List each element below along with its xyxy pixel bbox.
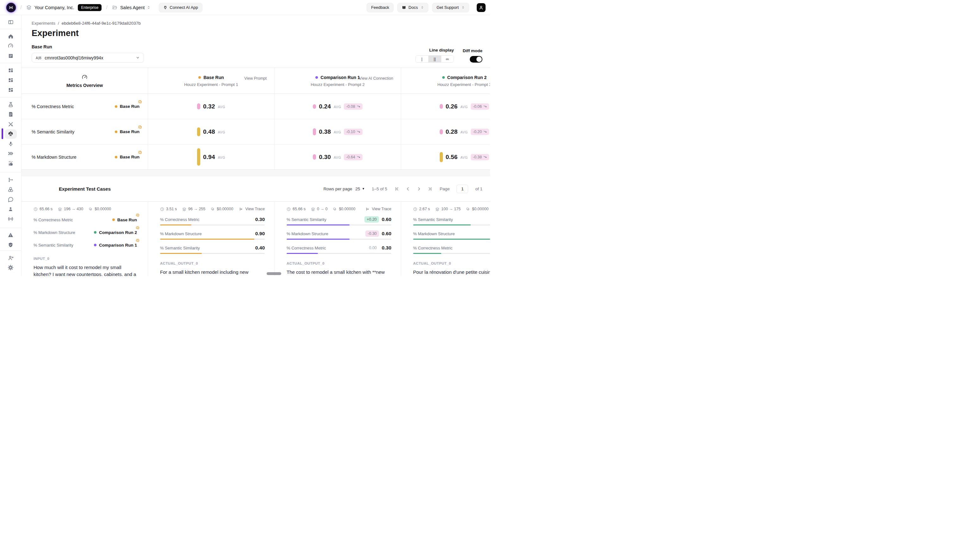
sidebar-item-invite[interactable] bbox=[0, 253, 21, 263]
sidebar-group-main bbox=[0, 29, 21, 61]
rows-per-page-select[interactable]: 25 ▼ bbox=[355, 187, 365, 191]
test-case-base-card[interactable]: 3.51 s 96 → 255 $0.00000 View Trace % Co… bbox=[148, 202, 275, 276]
horizontal-scrollbar-thumb[interactable] bbox=[267, 272, 281, 275]
sidebar-item-automation[interactable] bbox=[0, 149, 21, 159]
tokens-value: 0 → 0 bbox=[317, 207, 328, 211]
diff-badge: -0.30 bbox=[365, 230, 379, 237]
metric-value: 0.60 bbox=[382, 231, 391, 236]
diff-mode-toggle[interactable] bbox=[470, 56, 482, 63]
sidebar-item-tracing[interactable] bbox=[0, 175, 21, 185]
sidebar-item-dashboard[interactable] bbox=[0, 41, 21, 51]
metric-bar-fill bbox=[160, 253, 202, 254]
home-icon bbox=[8, 33, 14, 39]
diff-badge: 0.00 bbox=[367, 245, 379, 251]
sidebar-item-arena[interactable] bbox=[0, 119, 21, 129]
last-page-button[interactable] bbox=[427, 186, 433, 192]
org-switcher[interactable]: Your Company, Inc. bbox=[35, 5, 74, 10]
sidebar-item-conversations[interactable] bbox=[0, 194, 21, 204]
cost-stat: $0.00000 bbox=[333, 207, 355, 211]
run-dot bbox=[115, 156, 117, 159]
diff-value: -0.08 bbox=[346, 104, 355, 109]
sidebar-item-board-3[interactable] bbox=[0, 85, 21, 95]
coins-icon bbox=[211, 207, 215, 211]
first-page-button[interactable] bbox=[394, 186, 399, 192]
sidebar-item-reports[interactable] bbox=[0, 51, 21, 61]
test-case-comp2-card[interactable]: 2.67 s 100 → 175 $0.00000 % Semantic Sim… bbox=[401, 202, 490, 276]
stats-row: 65.66 s 0 → 0 $0.00000 View Trace bbox=[286, 207, 391, 211]
sidebar-item-settings[interactable] bbox=[0, 263, 21, 273]
sidebar-item-users[interactable] bbox=[0, 204, 21, 214]
view-trace-link[interactable]: View Trace bbox=[366, 207, 391, 211]
sidebar-item-comparison[interactable] bbox=[0, 129, 21, 139]
view-prompt-link[interactable]: View Prompt bbox=[244, 76, 267, 81]
prev-page-button[interactable] bbox=[405, 186, 410, 192]
test-case-overview-card[interactable]: 65.66 s 196 → 430 $0.00000 % Correctness… bbox=[22, 202, 148, 276]
project-switcher[interactable]: Sales Agent bbox=[120, 5, 145, 10]
card-metric: % Semantic Similarity+0.200.60 bbox=[286, 217, 391, 225]
line-option-double[interactable]: || bbox=[428, 56, 441, 62]
view-ai-connection-link[interactable]: View AI Connection bbox=[359, 76, 393, 81]
run-subtitle: Houzz Experiment - Prompt 3 bbox=[438, 82, 490, 87]
get-support-button[interactable]: Get Support bbox=[432, 3, 469, 12]
breadcrumb-root[interactable]: Experiments bbox=[32, 21, 56, 25]
sidebar-item-voice[interactable] bbox=[0, 139, 21, 149]
sidebar-item-guardrails[interactable] bbox=[0, 240, 21, 250]
base-run-select[interactable]: A|B cmnrot3as000hql16miwy994x bbox=[32, 53, 144, 63]
docs-button[interactable]: Docs bbox=[397, 3, 428, 12]
run-name: Base Run bbox=[204, 75, 224, 80]
trace-icon bbox=[366, 207, 370, 211]
run-dot bbox=[198, 76, 201, 79]
latency-stat: 3.51 s bbox=[160, 207, 177, 211]
latency-stat: 65.66 s bbox=[33, 207, 52, 211]
user-icon bbox=[8, 206, 13, 212]
latency-value: 3.51 s bbox=[166, 207, 177, 211]
avg-label: AVG bbox=[218, 155, 225, 159]
header-separator: / bbox=[20, 5, 22, 11]
sidebar-item-incidents[interactable] bbox=[0, 230, 21, 240]
avg-label: AVG bbox=[334, 130, 341, 134]
sidebar-item-home[interactable] bbox=[0, 31, 21, 41]
line-option-infinite[interactable]: ∞ bbox=[441, 56, 453, 62]
field-text: For a small kitchen remodel including ne… bbox=[160, 269, 265, 276]
sidebar-toggle[interactable] bbox=[0, 18, 21, 27]
line-option-single[interactable]: | bbox=[416, 56, 428, 62]
sidebar-item-online-evals[interactable] bbox=[0, 214, 21, 224]
card-metric: % Markdown Structure bbox=[413, 231, 490, 240]
sidebar-item-board-1[interactable] bbox=[0, 65, 21, 75]
card-metric: % Markdown Structure0.90 bbox=[160, 231, 265, 240]
page-number-input[interactable]: 1 bbox=[457, 185, 468, 193]
test-case-comp1-card[interactable]: 65.66 s 0 → 0 $0.00000 View Trace % Sema… bbox=[275, 202, 401, 276]
sidebar-item-components[interactable] bbox=[0, 185, 21, 194]
winner-label: Base Run bbox=[120, 104, 140, 109]
stats-row: 65.66 s 196 → 430 $0.00000 bbox=[33, 207, 138, 211]
comparison-run-1-title: Comparison Run 1 bbox=[315, 75, 360, 80]
metric-bar-fill bbox=[413, 239, 490, 240]
field-text: The cost to remodel a small kitchen with… bbox=[286, 269, 391, 276]
comp2-value-cell: 0.26 AVG -0.06 bbox=[401, 94, 490, 119]
winner-row: % Semantic Similarity Comparison Run 1 bbox=[33, 241, 138, 249]
next-page-button[interactable] bbox=[416, 186, 422, 192]
winner-run: Base Run bbox=[115, 129, 140, 134]
pagination: Rows per page 25 ▼ 1–5 of 5 Page 1 of 1 bbox=[323, 185, 482, 193]
metric-name: % Markdown Structure bbox=[32, 155, 76, 160]
header-separator-2: / bbox=[106, 5, 108, 11]
sidebar-item-experiments[interactable] bbox=[0, 100, 21, 109]
connect-ai-app-button[interactable]: Connect AI App bbox=[159, 3, 202, 12]
score-value: 0.32 bbox=[203, 103, 215, 110]
crown-icon bbox=[137, 98, 143, 104]
user-avatar[interactable] bbox=[477, 3, 485, 12]
scales-icon bbox=[5, 129, 17, 139]
diff-value: +0.20 bbox=[367, 217, 377, 222]
score-value: 0.94 bbox=[203, 154, 215, 160]
app-logo[interactable]: ⋈ bbox=[6, 3, 16, 12]
feedback-button[interactable]: Feedback bbox=[367, 3, 393, 12]
card-metric: % Correctness Metric0.000.30 bbox=[286, 245, 391, 254]
view-trace-link[interactable]: View Trace bbox=[239, 207, 265, 211]
chevron-updown-icon[interactable] bbox=[147, 5, 151, 10]
sidebar-item-datasets[interactable] bbox=[0, 109, 21, 119]
sidebar-item-board-2[interactable] bbox=[0, 75, 21, 85]
section-gap bbox=[22, 170, 490, 176]
metrics-overview-header: Metrics Overview bbox=[22, 68, 148, 94]
sidebar-item-review[interactable] bbox=[0, 159, 21, 168]
document-icon bbox=[8, 112, 14, 117]
